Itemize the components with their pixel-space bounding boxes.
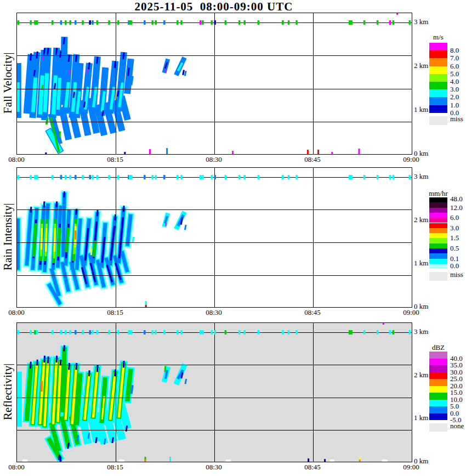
gate-tick-3km — [92, 20, 94, 25]
legend-color-band — [429, 43, 447, 50]
gate-tick-3km — [258, 20, 260, 25]
echo-detail — [115, 370, 116, 375]
legend-color-band — [429, 253, 447, 258]
gate-tick-3km — [409, 330, 411, 335]
gate-tick-3km — [349, 330, 353, 335]
gridline-vertical — [313, 323, 314, 462]
echo-detail — [47, 119, 47, 123]
echo-detail — [118, 92, 118, 96]
gate-tick-3km — [295, 330, 298, 335]
gate-tick-3km — [36, 20, 38, 25]
gate-tick-3km — [288, 20, 290, 25]
gate-tick-3km — [108, 20, 110, 25]
echo-detail — [128, 69, 129, 75]
legend-unit-reflectivity: dBZ — [417, 343, 461, 352]
legend-color-band — [429, 372, 447, 379]
plot-fall-velocity — [17, 13, 412, 154]
gate-tick-3km — [377, 330, 379, 335]
gate-tick-3km — [409, 175, 411, 179]
panel-rain-intensity — [16, 167, 412, 308]
gate-tick-3km — [243, 20, 246, 25]
legend-color-band — [429, 50, 447, 58]
gate-tick-3km — [69, 20, 71, 25]
echo-detail — [54, 77, 56, 112]
legend-scale-value: 48.0 — [450, 195, 463, 203]
gate-tick-3km — [163, 330, 166, 335]
gate-tick-3km — [377, 175, 379, 179]
echo-detail — [68, 444, 69, 448]
echo-detail — [183, 71, 184, 74]
gate-tick-3km — [60, 20, 62, 25]
gate-tick-surface — [22, 460, 27, 462]
gate-tick-3km — [108, 175, 110, 179]
legend-color-band — [429, 228, 447, 233]
time-label: 08:45 — [304, 155, 321, 164]
legend-color-band — [429, 406, 447, 413]
time-label: 09:00 — [403, 308, 419, 317]
gate-tick-3km — [30, 330, 32, 335]
plot-rain-intensity — [17, 168, 412, 307]
height-label: 1 km — [414, 259, 428, 268]
time-label: 08:30 — [206, 463, 222, 472]
gate-tick-3km — [363, 330, 366, 335]
height-label: 3 km — [414, 327, 428, 336]
echo-detail — [48, 49, 48, 54]
echo-detail — [59, 229, 60, 255]
time-label: 09:00 — [403, 463, 419, 472]
echo-detail — [64, 192, 65, 197]
gate-tick-3km — [117, 330, 120, 335]
echo-streak — [128, 371, 130, 399]
legend-color-band — [429, 202, 447, 207]
echo-detail — [123, 361, 124, 366]
gate-tick-surface — [308, 458, 309, 462]
legend-color-band — [429, 82, 447, 89]
gate-tick-3km — [180, 330, 183, 335]
legend-missing-label: none — [450, 422, 464, 430]
legend-scale-value: 12.0 — [450, 203, 463, 212]
echo-detail — [166, 371, 167, 378]
legend-missing-label: miss — [450, 115, 463, 123]
gate-tick-3km — [295, 20, 298, 25]
legend-color-band — [429, 197, 447, 202]
echo-detail — [60, 457, 61, 461]
gate-tick-3km — [202, 20, 204, 25]
echo-detail — [84, 103, 84, 107]
gate-tick-3km — [211, 20, 213, 25]
height-label: 1 km — [414, 413, 428, 422]
gate-tick-surface — [382, 460, 388, 462]
gridline-vertical — [116, 168, 116, 307]
gate-tick-surface — [317, 150, 319, 154]
echo-detail — [88, 434, 89, 438]
ylabel-rain-intensity: Rain Intensity| — [1, 167, 15, 307]
echo-detail — [76, 56, 76, 61]
gate-tick-3km — [60, 330, 62, 335]
gate-tick-3km — [393, 20, 395, 25]
echo-detail — [165, 367, 166, 371]
gate-tick-surface — [145, 459, 146, 462]
gate-tick-3km — [92, 175, 94, 179]
echo-detail — [96, 438, 96, 443]
echo-detail — [77, 436, 78, 440]
gate-tick-3km — [96, 330, 99, 335]
echo-detail — [37, 52, 37, 58]
gate-tick-3km — [108, 330, 110, 335]
time-label: 08:15 — [107, 463, 123, 472]
echo-detail — [112, 438, 113, 443]
echo-streak — [63, 349, 64, 410]
top-border-dot — [383, 323, 384, 325]
echo-detail — [45, 75, 47, 110]
height-label: 2 km — [414, 371, 428, 379]
legend-color-band — [429, 97, 447, 105]
legend-scale-value: 6.0 — [450, 213, 459, 222]
time-label: 08:00 — [8, 308, 25, 317]
legend-color-band — [429, 233, 447, 238]
gate-tick-3km — [282, 175, 284, 179]
gate-tick-3km — [82, 330, 84, 335]
echo-detail — [94, 242, 95, 256]
gate-tick-3km — [117, 20, 120, 25]
gate-tick-3km — [144, 20, 146, 25]
echo-detail — [48, 358, 48, 362]
height-label: 2 km — [414, 61, 428, 70]
gate-tick-3km — [92, 330, 94, 335]
gate-tick-3km — [155, 175, 157, 179]
